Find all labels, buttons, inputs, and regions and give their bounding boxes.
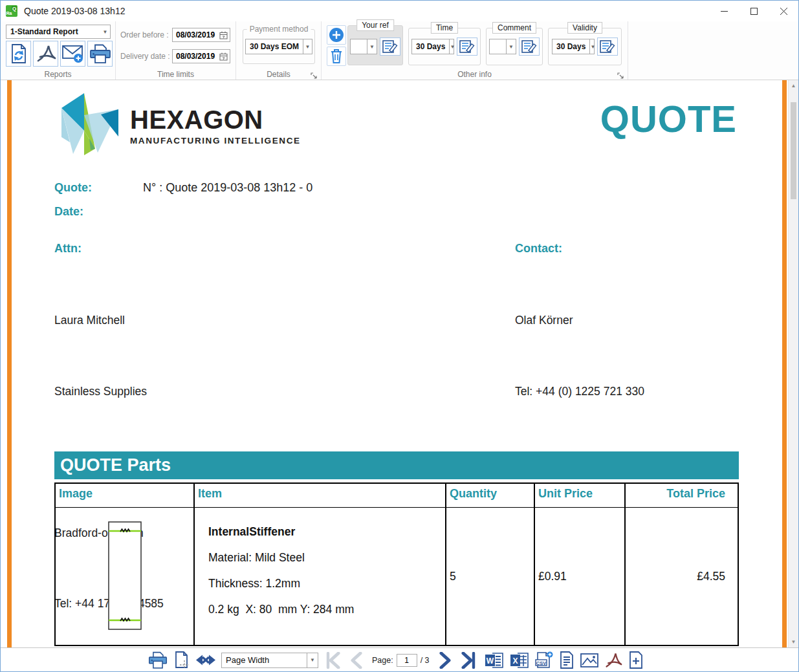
column-header-quantity: Quantity — [446, 484, 535, 507]
delivery-date-input[interactable]: 08/03/2019 — [172, 49, 230, 63]
validity-edit-button[interactable] — [597, 38, 618, 56]
page-number-input[interactable] — [397, 654, 417, 667]
scroll-up-arrow[interactable]: ▲ — [789, 83, 798, 89]
dialog-launcher-icon — [617, 72, 624, 80]
validity-group: Validity 30 Days ▼ — [548, 28, 622, 65]
fit-width-button[interactable] — [196, 653, 215, 667]
your-ref-edit-button[interactable] — [380, 38, 400, 56]
maximize-icon — [750, 8, 758, 15]
report-type-select[interactable]: 1-Standard Report ▼ — [6, 25, 111, 39]
edit-note-icon — [459, 40, 475, 53]
first-page-button[interactable] — [326, 652, 341, 669]
other-info-dialog-launcher[interactable] — [617, 70, 624, 78]
page-total: / 3 — [421, 656, 430, 665]
print-report-button[interactable] — [87, 41, 113, 67]
fit-width-icon — [196, 653, 215, 667]
time-select[interactable]: 30 Days ▼ — [411, 39, 454, 54]
zoom-mode-select[interactable]: Page Width ▼ — [221, 653, 318, 668]
edit-note-icon — [521, 40, 537, 53]
app-icon: Q Ra — [6, 5, 17, 17]
attn-line: Stainless Supplies — [54, 380, 191, 404]
delete-other-info-button[interactable] — [327, 47, 346, 66]
close-button[interactable] — [769, 1, 798, 21]
maximize-button[interactable] — [739, 1, 769, 21]
comment-select[interactable]: ▼ — [489, 39, 516, 54]
next-page-button[interactable] — [439, 652, 452, 669]
your-ref-select[interactable]: ▼ — [350, 39, 377, 54]
time-edit-button[interactable] — [457, 38, 477, 56]
refresh-report-button[interactable] — [6, 41, 31, 67]
export-word-button[interactable]: W — [485, 652, 504, 669]
group-label-time-limits: Time limits — [116, 70, 235, 79]
page-margin-stripe-right — [782, 80, 787, 647]
part-image-cell — [56, 508, 195, 645]
comment-group: Comment ▼ — [486, 28, 543, 65]
print-icon — [148, 651, 168, 669]
print-button[interactable] — [148, 651, 168, 669]
item-name: InternalStiffener — [208, 525, 442, 539]
order-before-input[interactable]: 08/03/2019 — [172, 28, 230, 42]
last-page-button[interactable] — [461, 652, 476, 669]
time-label: Time — [431, 22, 458, 34]
export-image-button[interactable] — [580, 653, 598, 668]
attn-line: Laura Mitchell — [54, 309, 191, 332]
validity-label: Validity — [567, 22, 602, 34]
pdf-report-button[interactable] — [33, 41, 58, 67]
preview-toolbar: Page Width ▼ Page: / 3 W — [1, 647, 798, 672]
comment-edit-button[interactable] — [519, 38, 540, 56]
export-add-button[interactable] — [628, 651, 644, 669]
column-header-item: Item — [195, 484, 446, 507]
brand-block: HEXAGON MANUFACTURING INTELLIGENCE — [130, 106, 301, 146]
part-drawing — [108, 521, 142, 630]
export-pdf-icon — [604, 652, 622, 669]
export-add-icon — [628, 651, 644, 669]
date-label: Date: — [54, 205, 83, 219]
item-thickness: Thickness: 1.2mm — [208, 577, 442, 591]
vertical-scrollbar[interactable]: ▲ ▼ — [788, 80, 798, 647]
time-group: Time 30 Days ▼ — [408, 28, 481, 65]
prev-page-button[interactable] — [350, 652, 363, 669]
last-page-icon — [461, 652, 476, 669]
minimize-button[interactable] — [709, 1, 739, 21]
scroll-down-arrow[interactable]: ▼ — [789, 639, 798, 645]
validity-select[interactable]: 30 Days ▼ — [552, 39, 595, 54]
chevron-down-icon: ▼ — [100, 25, 110, 38]
parts-banner: QUOTE Parts — [54, 451, 739, 479]
export-csv-icon: CSV — [535, 651, 553, 669]
printer-icon — [89, 44, 111, 63]
parts-table: Image Item Quantity Unit Price Total Pri… — [54, 482, 739, 646]
scrollbar-thumb[interactable] — [791, 102, 796, 199]
export-image-icon — [580, 653, 598, 668]
svg-text:CSV: CSV — [536, 660, 545, 666]
details-dialog-launcher[interactable] — [311, 70, 318, 78]
zoom-mode-value: Page Width — [222, 655, 307, 665]
add-icon — [329, 27, 344, 43]
email-report-button[interactable] — [60, 41, 85, 67]
ribbon-group-details: Payment method 30 Days EOM ▼ Details — [236, 21, 322, 80]
brand-tagline: MANUFACTURING INTELLIGENCE — [130, 136, 301, 146]
parts-table-header: Image Item Quantity Unit Price Total Pri… — [56, 484, 738, 508]
export-csv-button[interactable]: CSV — [535, 651, 553, 669]
export-pdf-button[interactable] — [604, 652, 622, 669]
your-ref-label: Your ref — [356, 19, 394, 31]
titlebar: Q Ra Quote 2019-03-08 13h12 — [1, 1, 798, 21]
dialog-launcher-icon — [311, 72, 318, 80]
window-title: Quote 2019-03-08 13h12 — [24, 6, 125, 16]
ribbon-group-reports: 1-Standard Report ▼ — [1, 21, 116, 80]
chevron-down-icon: ▼ — [367, 39, 377, 54]
page-setup-button[interactable] — [173, 651, 190, 669]
ribbon-group-time-limits: Order before : 08/03/2019 Delivery date … — [116, 21, 236, 80]
export-excel-button[interactable]: X — [510, 652, 529, 669]
contact-label: Contact: — [515, 242, 562, 255]
svg-text:Ra: Ra — [6, 11, 12, 16]
quote-number: N° : Quote 2019-03-08 13h12 - 0 — [143, 181, 312, 195]
delivery-date-label: Delivery date : — [120, 52, 172, 61]
payment-method-label: Payment method — [247, 25, 311, 34]
add-other-info-button[interactable] — [327, 25, 346, 45]
payment-method-select[interactable]: 30 Days EOM ▼ — [245, 39, 312, 54]
document-preview: HEXAGON MANUFACTURING INTELLIGENCE QUOTE… — [1, 80, 798, 647]
export-text-button[interactable] — [559, 651, 575, 669]
contact-block: Olaf Körner Tel: +44 (0) 1225 721 330 — [515, 261, 644, 450]
next-page-icon — [439, 652, 452, 669]
attn-label: Attn: — [54, 242, 82, 255]
